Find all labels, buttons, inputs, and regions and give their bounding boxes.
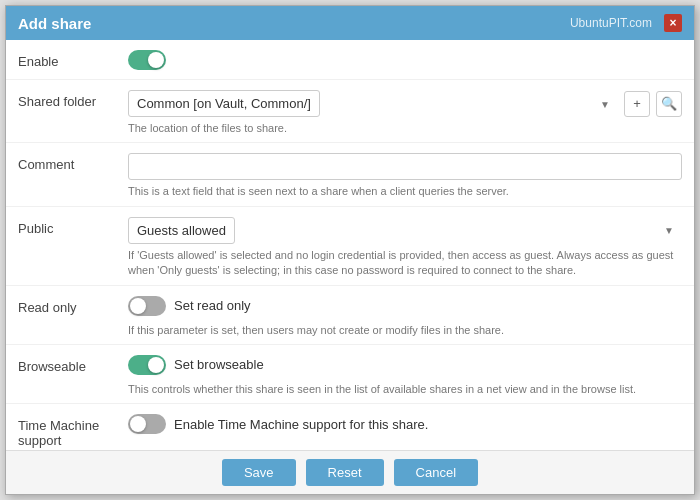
time-machine-toggle-label: Enable Time Machine support for this sha… <box>174 417 428 432</box>
comment-input[interactable] <box>128 153 682 180</box>
read-only-toggle-track[interactable] <box>128 296 166 316</box>
public-hint: If 'Guests allowed' is selected and no l… <box>128 248 682 279</box>
enable-toggle-track[interactable] <box>128 50 166 70</box>
shared-folder-content: Common [on Vault, Common/] + 🔍 The locat… <box>128 90 682 136</box>
public-content: Guests allowed Only guests No guests If … <box>128 217 682 279</box>
dialog-title: Add share <box>18 15 91 32</box>
browseable-content: Set browseable This controls whether thi… <box>128 355 682 397</box>
add-share-dialog: Add share UbuntuPIT.com × Enable Shared … <box>5 5 695 495</box>
comment-row: Comment This is a text field that is see… <box>6 143 694 206</box>
enable-toggle-thumb <box>148 52 164 68</box>
enable-row: Enable <box>6 40 694 80</box>
comment-content: This is a text field that is seen next t… <box>128 153 682 199</box>
shared-folder-select[interactable]: Common [on Vault, Common/] <box>128 90 320 117</box>
public-select[interactable]: Guests allowed Only guests No guests <box>128 217 235 244</box>
header-right: UbuntuPIT.com × <box>570 14 682 32</box>
shared-folder-row: Shared folder Common [on Vault, Common/]… <box>6 80 694 143</box>
read-only-toggle-label: Set read only <box>174 298 251 313</box>
time-machine-row: Time Machine support Enable Time Machine… <box>6 404 694 450</box>
dialog-body: Enable Shared folder Common [on Vault, C… <box>6 40 694 450</box>
public-select-wrapper: Guests allowed Only guests No guests <box>128 217 682 244</box>
dialog-header: Add share UbuntuPIT.com × <box>6 6 694 40</box>
browseable-hint: This controls whether this share is seen… <box>128 382 682 397</box>
brand-label: UbuntuPIT.com <box>570 16 652 30</box>
shared-folder-label: Shared folder <box>18 90 128 136</box>
shared-folder-hint: The location of the files to share. <box>128 121 682 136</box>
browseable-toggle-label: Set browseable <box>174 357 264 372</box>
read-only-label: Read only <box>18 296 128 338</box>
public-row: Public Guests allowed Only guests No gue… <box>6 207 694 286</box>
save-button[interactable]: Save <box>222 459 296 486</box>
browseable-label: Browseable <box>18 355 128 397</box>
shared-folder-select-wrapper: Common [on Vault, Common/] <box>128 90 618 117</box>
read-only-row: Read only Set read only If this paramete… <box>6 286 694 345</box>
browseable-toggle-track[interactable] <box>128 355 166 375</box>
read-only-toggle[interactable]: Set read only <box>128 296 251 316</box>
comment-hint: This is a text field that is seen next t… <box>128 184 682 199</box>
browseable-toggle-thumb <box>148 357 164 373</box>
time-machine-toggle[interactable]: Enable Time Machine support for this sha… <box>128 414 428 434</box>
time-machine-content: Enable Time Machine support for this sha… <box>128 414 682 448</box>
close-button[interactable]: × <box>664 14 682 32</box>
comment-label: Comment <box>18 153 128 199</box>
read-only-hint: If this parameter is set, then users may… <box>128 323 682 338</box>
enable-content <box>128 50 682 73</box>
shared-folder-search-button[interactable]: 🔍 <box>656 91 682 117</box>
time-machine-label: Time Machine support <box>18 414 128 448</box>
browseable-row: Browseable Set browseable This controls … <box>6 345 694 404</box>
enable-label: Enable <box>18 50 128 73</box>
shared-folder-controls: Common [on Vault, Common/] + 🔍 <box>128 90 682 117</box>
dialog-footer: Save Reset Cancel <box>6 450 694 494</box>
time-machine-toggle-thumb <box>130 416 146 432</box>
shared-folder-add-button[interactable]: + <box>624 91 650 117</box>
cancel-button[interactable]: Cancel <box>394 459 478 486</box>
public-label: Public <box>18 217 128 279</box>
read-only-toggle-thumb <box>130 298 146 314</box>
enable-toggle[interactable] <box>128 50 166 70</box>
reset-button[interactable]: Reset <box>306 459 384 486</box>
time-machine-toggle-track[interactable] <box>128 414 166 434</box>
read-only-content: Set read only If this parameter is set, … <box>128 296 682 338</box>
browseable-toggle[interactable]: Set browseable <box>128 355 264 375</box>
